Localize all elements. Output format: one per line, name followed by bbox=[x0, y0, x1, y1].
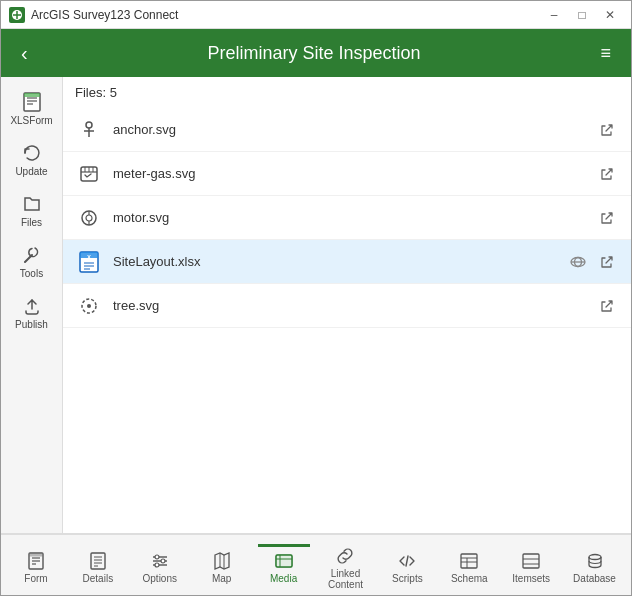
list-item: X SiteLayout.xlsx bbox=[63, 240, 631, 284]
file-type-icon bbox=[75, 160, 103, 188]
tools-label: Tools bbox=[20, 268, 43, 279]
tab-details-label: Details bbox=[83, 573, 114, 584]
itemsets-tab-icon bbox=[521, 551, 541, 571]
list-item: anchor.svg bbox=[63, 108, 631, 152]
svg-line-6 bbox=[25, 255, 32, 262]
sidebar: XLSForm Update Files bbox=[1, 77, 63, 533]
file-list: anchor.svg bbox=[63, 108, 631, 328]
tab-database[interactable]: Database bbox=[567, 544, 622, 588]
edit-file-button[interactable] bbox=[565, 249, 591, 275]
header-title: Preliminary Site Inspection bbox=[36, 43, 593, 64]
tab-media-label: Media bbox=[270, 573, 297, 584]
xlsform-label: XLSForm bbox=[10, 115, 52, 126]
app-title: ArcGIS Survey123 Connect bbox=[31, 8, 541, 22]
main-layout: XLSForm Update Files bbox=[1, 77, 631, 533]
file-name: meter-gas.svg bbox=[113, 166, 595, 181]
back-button[interactable]: ‹ bbox=[13, 39, 36, 67]
content-area: Files: 5 anchor.svg bbox=[63, 77, 631, 533]
database-tab-icon bbox=[585, 551, 605, 571]
tab-schema[interactable]: Schema bbox=[443, 544, 495, 588]
sidebar-item-xlsform[interactable]: XLSForm bbox=[4, 85, 60, 132]
svg-rect-32 bbox=[91, 553, 105, 569]
details-tab-icon bbox=[88, 551, 108, 571]
open-file-button[interactable] bbox=[595, 206, 619, 230]
tab-database-label: Database bbox=[573, 573, 616, 584]
tab-options-label: Options bbox=[143, 573, 177, 584]
file-actions bbox=[595, 118, 619, 142]
publish-icon bbox=[21, 295, 43, 317]
open-file-button[interactable] bbox=[595, 250, 619, 274]
tab-map[interactable]: Map bbox=[196, 544, 248, 588]
sidebar-item-tools[interactable]: Tools bbox=[4, 238, 60, 285]
files-count: Files: 5 bbox=[63, 77, 631, 108]
file-type-icon bbox=[75, 204, 103, 232]
svg-point-7 bbox=[86, 122, 92, 128]
open-file-button[interactable] bbox=[595, 118, 619, 142]
close-button[interactable]: ✕ bbox=[597, 5, 623, 25]
minimize-button[interactable]: – bbox=[541, 5, 567, 25]
list-item: motor.svg bbox=[63, 196, 631, 240]
svg-rect-31 bbox=[29, 553, 43, 557]
file-name: SiteLayout.xlsx bbox=[113, 254, 565, 269]
tab-itemsets[interactable]: Itemsets bbox=[505, 544, 557, 588]
maximize-button[interactable]: □ bbox=[569, 5, 595, 25]
xlsform-icon bbox=[21, 91, 43, 113]
file-type-icon bbox=[75, 116, 103, 144]
open-file-button[interactable] bbox=[595, 162, 619, 186]
tab-linked-content[interactable]: LinkedContent bbox=[319, 539, 371, 594]
svg-point-42 bbox=[155, 563, 159, 567]
svg-point-40 bbox=[155, 555, 159, 559]
sidebar-item-publish[interactable]: Publish bbox=[4, 289, 60, 336]
files-label: Files bbox=[21, 217, 42, 228]
tab-options[interactable]: Options bbox=[134, 544, 186, 588]
tab-schema-label: Schema bbox=[451, 573, 488, 584]
svg-point-26 bbox=[87, 304, 91, 308]
svg-rect-55 bbox=[523, 554, 539, 568]
file-name: tree.svg bbox=[113, 298, 595, 313]
file-type-icon bbox=[75, 292, 103, 320]
app-header: ‹ Preliminary Site Inspection ≡ bbox=[1, 29, 631, 77]
tab-map-label: Map bbox=[212, 573, 231, 584]
form-tab-icon bbox=[26, 551, 46, 571]
open-file-button[interactable] bbox=[595, 294, 619, 318]
window-controls: – □ ✕ bbox=[541, 5, 623, 25]
tab-details[interactable]: Details bbox=[72, 544, 124, 588]
svg-point-41 bbox=[161, 559, 165, 563]
svg-point-58 bbox=[589, 555, 601, 560]
tab-form[interactable]: Form bbox=[10, 544, 62, 588]
scripts-tab-icon bbox=[397, 551, 417, 571]
list-item: tree.svg bbox=[63, 284, 631, 328]
svg-rect-5 bbox=[24, 93, 40, 97]
file-type-icon: X bbox=[75, 248, 103, 276]
map-tab-icon bbox=[212, 551, 232, 571]
linked-content-tab-icon bbox=[335, 546, 355, 566]
media-tab-icon bbox=[274, 551, 294, 571]
files-icon bbox=[21, 193, 43, 215]
file-actions bbox=[595, 206, 619, 230]
file-actions bbox=[595, 162, 619, 186]
tools-icon bbox=[21, 244, 43, 266]
tab-scripts[interactable]: Scripts bbox=[381, 544, 433, 588]
svg-rect-51 bbox=[461, 554, 477, 568]
schema-tab-icon bbox=[459, 551, 479, 571]
tab-linked-content-label: LinkedContent bbox=[328, 568, 363, 590]
app-icon bbox=[9, 7, 25, 23]
file-name: motor.svg bbox=[113, 210, 595, 225]
tab-form-label: Form bbox=[24, 573, 47, 584]
menu-button[interactable]: ≡ bbox=[592, 39, 619, 68]
svg-line-50 bbox=[406, 556, 408, 566]
tab-bar: Form Details Options bbox=[1, 533, 631, 596]
tab-itemsets-label: Itemsets bbox=[512, 573, 550, 584]
svg-rect-47 bbox=[276, 555, 292, 567]
sidebar-item-update[interactable]: Update bbox=[4, 136, 60, 183]
title-bar: ArcGIS Survey123 Connect – □ ✕ bbox=[1, 1, 631, 29]
svg-marker-43 bbox=[215, 553, 229, 569]
list-item: meter-gas.svg bbox=[63, 152, 631, 196]
sidebar-item-files[interactable]: Files bbox=[4, 187, 60, 234]
tab-media[interactable]: Media bbox=[258, 544, 310, 588]
tab-scripts-label: Scripts bbox=[392, 573, 423, 584]
svg-text:X: X bbox=[87, 254, 91, 260]
svg-point-13 bbox=[86, 215, 92, 221]
file-name: anchor.svg bbox=[113, 122, 595, 137]
update-icon bbox=[21, 142, 43, 164]
